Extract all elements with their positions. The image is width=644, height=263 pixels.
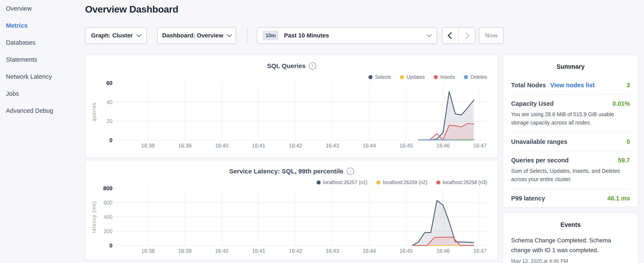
time-back-button[interactable] — [442, 28, 459, 43]
metric-description: Sum of Selects, Updates, Inserts, and De… — [511, 167, 630, 183]
svg-text:16:38: 16:38 — [142, 248, 155, 254]
event-item[interactable]: Schema Change Completed: Schema change w… — [511, 235, 630, 263]
chevron-down-icon — [227, 32, 232, 37]
svg-text:16:44: 16:44 — [363, 143, 376, 149]
chart-legend: SelectsUpdatesInsertsDeletes — [368, 74, 487, 80]
metric-value: 0.01% — [612, 100, 630, 107]
metric-label: P99 latency — [511, 195, 545, 202]
sql-queries-chart: 16:3816:3916:4016:4116:4216:4316:4416:45… — [86, 55, 498, 157]
time-pager — [442, 27, 475, 44]
svg-text:16:43: 16:43 — [326, 248, 339, 254]
summary-metric: Unavailable ranges0 — [511, 133, 630, 151]
info-icon[interactable] — [347, 168, 354, 175]
page-title: Overview Dashboard — [85, 4, 178, 15]
sql-queries-chart-card: 16:3816:3916:4016:4116:4216:4316:4416:45… — [85, 55, 498, 158]
events-list: Schema Change Completed: Schema change w… — [511, 235, 630, 263]
event-timestamp: May 13, 2020 at 4:45 PM — [511, 258, 630, 263]
svg-text:16:47: 16:47 — [473, 248, 487, 254]
summary-rows: Total NodesView nodes list3Capacity Used… — [511, 76, 630, 207]
legend-item[interactable]: Inserts — [434, 74, 455, 80]
legend-dot-icon — [376, 180, 380, 184]
summary-panel: Summary Total NodesView nodes list3Capac… — [502, 55, 638, 207]
metric-label: Total Nodes — [511, 82, 546, 89]
chart-title: Service Latency: SQL, 99th percentile — [229, 168, 343, 175]
svg-text:16:40: 16:40 — [215, 143, 228, 149]
svg-text:16:40: 16:40 — [215, 248, 228, 254]
view-nodes-list-link[interactable]: View nodes list — [550, 82, 595, 89]
svg-text:40: 40 — [106, 99, 112, 105]
metric-value: 0 — [626, 138, 630, 145]
svg-text:16:45: 16:45 — [400, 248, 413, 254]
app-root: OverviewMetricsDatabasesStatementsNetwor… — [0, 0, 644, 263]
legend-label: Deletes — [470, 74, 487, 80]
svg-text:16:44: 16:44 — [363, 248, 376, 254]
sidebar-item-statements[interactable]: Statements — [0, 51, 85, 68]
summary-title: Summary — [503, 63, 638, 70]
sidebar-item-databases[interactable]: Databases — [0, 34, 85, 51]
time-forward-button[interactable] — [459, 28, 475, 43]
now-button[interactable]: Now — [479, 27, 504, 44]
svg-text:16:45: 16:45 — [400, 143, 413, 149]
legend-label: localhost:26257 (n1) — [323, 180, 368, 185]
svg-text:600: 600 — [104, 200, 112, 205]
legend-dot-icon — [434, 75, 438, 79]
chevron-right-icon — [463, 32, 470, 39]
events-title: Events — [503, 221, 638, 228]
info-icon[interactable] — [309, 62, 316, 70]
time-range-label: Past 10 Minutes — [284, 32, 329, 39]
legend-label: Selects — [375, 74, 391, 80]
legend-item[interactable]: Updates — [400, 74, 425, 80]
svg-text:16:41: 16:41 — [252, 248, 265, 254]
metric-value: 59.7 — [618, 157, 630, 164]
metric-description: You are using 28.6 MiB of 515.9 GiB usab… — [511, 110, 630, 127]
svg-text:20: 20 — [106, 118, 112, 124]
legend-item[interactable]: Deletes — [464, 74, 487, 80]
legend-item[interactable]: localhost:26259 (n2) — [376, 180, 427, 185]
controls-divider — [247, 27, 248, 44]
legend-item[interactable]: localhost:26258 (n3) — [436, 180, 487, 185]
svg-text:16:46: 16:46 — [436, 143, 450, 149]
svg-text:16:41: 16:41 — [252, 143, 265, 149]
service-latency-chart: 16:3816:3916:4016:4116:4216:4316:4416:45… — [86, 160, 498, 259]
svg-text:16:47: 16:47 — [473, 143, 487, 149]
graph-dropdown[interactable]: Graph: Cluster — [85, 27, 147, 44]
sidebar-item-advanced-debug[interactable]: Advanced Debug — [0, 102, 85, 119]
metric-value: 3 — [626, 82, 630, 89]
svg-text:16:42: 16:42 — [289, 248, 302, 254]
legend-item[interactable]: localhost:26257 (n1) — [316, 180, 368, 185]
chevron-left-icon — [448, 32, 454, 39]
chevron-down-icon — [136, 32, 142, 37]
metric-label: Capacity Used — [511, 100, 554, 107]
legend-label: Inserts — [440, 74, 455, 80]
svg-text:0: 0 — [110, 137, 112, 143]
event-text: Schema Change Completed: Schema change w… — [511, 235, 630, 255]
chart-title: SQL Queries — [267, 62, 306, 70]
legend-label: Updates — [406, 74, 425, 80]
sidebar-item-jobs[interactable]: Jobs — [0, 85, 85, 102]
metric-value: 46.1 ms — [608, 195, 630, 202]
sidebar-item-overview[interactable]: Overview — [0, 0, 85, 17]
summary-metric: P99 latency46.1 ms — [511, 189, 630, 207]
svg-text:60: 60 — [106, 80, 112, 86]
summary-metric: Capacity Used0.01%You are using 28.6 MiB… — [511, 95, 630, 133]
sidebar-item-network-latency[interactable]: Network Latency — [0, 68, 85, 85]
legend-label: localhost:26259 (n2) — [383, 180, 427, 185]
legend-item[interactable]: Selects — [368, 74, 391, 80]
chevron-down-icon — [427, 32, 432, 37]
chart-legend: localhost:26257 (n1)localhost:26259 (n2)… — [316, 180, 487, 185]
svg-text:16:39: 16:39 — [178, 248, 192, 254]
controls-row: Graph: Cluster Dashboard: Overview 10m P… — [85, 27, 504, 44]
summary-metric: Queries per second59.7Sum of Selects, Up… — [511, 151, 630, 189]
svg-text:16:46: 16:46 — [436, 248, 450, 254]
dashboard-dropdown[interactable]: Dashboard: Overview — [157, 27, 236, 44]
legend-dot-icon — [436, 180, 440, 184]
legend-dot-icon — [400, 75, 404, 79]
svg-text:400: 400 — [104, 214, 112, 220]
metric-label: Queries per second — [511, 157, 569, 164]
sidebar-item-metrics[interactable]: Metrics — [0, 17, 85, 34]
summary-metric: Total NodesView nodes list3 — [511, 76, 630, 95]
legend-label: localhost:26258 (n3) — [443, 180, 487, 185]
svg-text:16:43: 16:43 — [326, 143, 339, 149]
legend-dot-icon — [316, 180, 320, 184]
time-range-picker[interactable]: 10m Past 10 Minutes — [257, 27, 437, 44]
